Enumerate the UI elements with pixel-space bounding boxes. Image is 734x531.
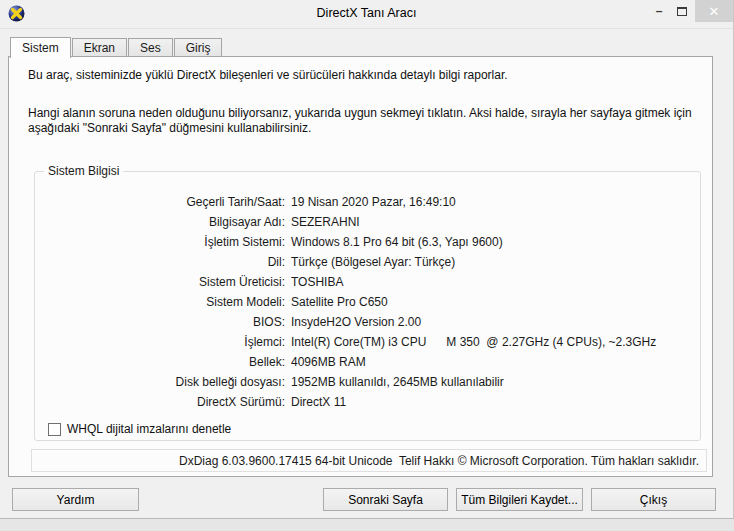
info-value: 19 Nisan 2020 Pazar, 16:49:10 <box>291 195 456 209</box>
table-row: İşlemci: Intel(R) Core(TM) i3 CPU M 350 … <box>35 332 700 352</box>
desktop-background-strip <box>0 520 734 531</box>
info-label: Bilgisayar Adı: <box>35 215 285 229</box>
whql-checkbox-label: WHQL dijital imzalarını denetle <box>67 422 231 436</box>
table-row: BIOS: InsydeH2O Version 2.00 <box>35 312 700 332</box>
save-all-info-button[interactable]: Tüm Bilgileri Kaydet... <box>456 488 583 511</box>
tab-sistem-label: Sistem <box>22 41 59 55</box>
info-label: Disk belleği dosyası: <box>35 375 285 389</box>
save-all-info-button-label: Tüm Bilgileri Kaydet... <box>461 493 578 507</box>
title-bar: DirectX Tanı Aracı – ✕ <box>0 0 733 29</box>
table-row: Bellek: 4096MB RAM <box>35 352 700 372</box>
tab-ekran-label: Ekran <box>84 41 115 55</box>
close-icon: ✕ <box>709 4 720 19</box>
exit-button-label: Çıkış <box>640 493 667 507</box>
help-button[interactable]: Yardım <box>12 488 139 511</box>
next-page-button[interactable]: Sonraki Sayfa <box>323 488 448 511</box>
info-value: Intel(R) Core(TM) i3 CPU M 350 @ 2.27GHz… <box>291 335 656 349</box>
whql-checkbox-row[interactable]: WHQL dijital imzalarını denetle <box>48 421 231 437</box>
whql-checkbox[interactable] <box>48 423 61 436</box>
info-label: Bellek: <box>35 355 285 369</box>
info-label: İşletim Sistemi: <box>35 235 285 249</box>
info-value: 4096MB RAM <box>291 355 366 369</box>
exit-button[interactable]: Çıkış <box>591 488 716 511</box>
info-label: Geçerli Tarih/Saat: <box>35 195 285 209</box>
system-info-rows: Geçerli Tarih/Saat: 19 Nisan 2020 Pazar,… <box>35 192 700 412</box>
dxdiag-window: DirectX Tanı Aracı – ✕ Sistem Ekran Ses … <box>0 0 734 519</box>
info-value: TOSHIBA <box>291 275 343 289</box>
system-info-group-title: Sistem Bilgisi <box>44 164 123 178</box>
maximize-button[interactable] <box>671 0 693 22</box>
info-label: DirectX Sürümü: <box>35 395 285 409</box>
intro-paragraph-2: Hangi alanın soruna neden olduğunu biliy… <box>28 106 693 136</box>
info-label: Dil: <box>35 255 285 269</box>
table-row: Dil: Türkçe (Bölgesel Ayar: Türkçe) <box>35 252 700 272</box>
tab-ses-label: Ses <box>140 41 161 55</box>
close-button[interactable]: ✕ <box>695 0 733 22</box>
help-button-label: Yardım <box>57 493 95 507</box>
table-row: Bilgisayar Adı: SEZERAHNI <box>35 212 700 232</box>
info-value: Satellite Pro C650 <box>291 295 388 309</box>
next-page-button-label: Sonraki Sayfa <box>348 493 423 507</box>
minimize-icon: – <box>656 4 663 18</box>
info-value: 1952MB kullanıldı, 2645MB kullanılabilir <box>291 375 504 389</box>
tab-ses[interactable]: Ses <box>128 38 173 57</box>
info-value: InsydeH2O Version 2.00 <box>291 315 421 329</box>
tab-page-sistem: Bu araç, sisteminizde yüklü DirectX bile… <box>8 56 713 477</box>
table-row: Sistem Üreticisi: TOSHIBA <box>35 272 700 292</box>
tab-strip: Sistem Ekran Ses Giriş <box>10 36 223 57</box>
version-status-panel: DxDiag 6.03.9600.17415 64-bit Unicode Te… <box>31 449 707 472</box>
table-row: Geçerli Tarih/Saat: 19 Nisan 2020 Pazar,… <box>35 192 700 212</box>
table-row: DirectX Sürümü: DirectX 11 <box>35 392 700 412</box>
info-value: Türkçe (Bölgesel Ayar: Türkçe) <box>291 255 455 269</box>
info-value: SEZERAHNI <box>291 215 360 229</box>
version-status-text: DxDiag 6.03.9600.17415 64-bit Unicode Te… <box>179 454 699 468</box>
window-title: DirectX Tanı Aracı <box>0 6 733 20</box>
tab-sistem[interactable]: Sistem <box>10 37 71 58</box>
info-label: BIOS: <box>35 315 285 329</box>
minimize-button[interactable]: – <box>648 0 670 22</box>
tab-ekran[interactable]: Ekran <box>72 38 127 57</box>
table-row: Sistem Modeli: Satellite Pro C650 <box>35 292 700 312</box>
system-info-groupbox: Sistem Bilgisi Geçerli Tarih/Saat: 19 Ni… <box>34 171 701 441</box>
table-row: Disk belleği dosyası: 1952MB kullanıldı,… <box>35 372 700 392</box>
intro-paragraph-1: Bu araç, sisteminizde yüklü DirectX bile… <box>28 68 688 83</box>
info-value: Windows 8.1 Pro 64 bit (6.3, Yapı 9600) <box>291 235 503 249</box>
tab-giris-label: Giriş <box>186 41 211 55</box>
tab-giris[interactable]: Giriş <box>174 38 223 57</box>
info-label: İşlemci: <box>35 335 285 349</box>
maximize-icon <box>677 7 687 16</box>
table-row: İşletim Sistemi: Windows 8.1 Pro 64 bit … <box>35 232 700 252</box>
info-value: DirectX 11 <box>291 395 346 409</box>
info-label: Sistem Modeli: <box>35 295 285 309</box>
info-label: Sistem Üreticisi: <box>35 275 285 289</box>
